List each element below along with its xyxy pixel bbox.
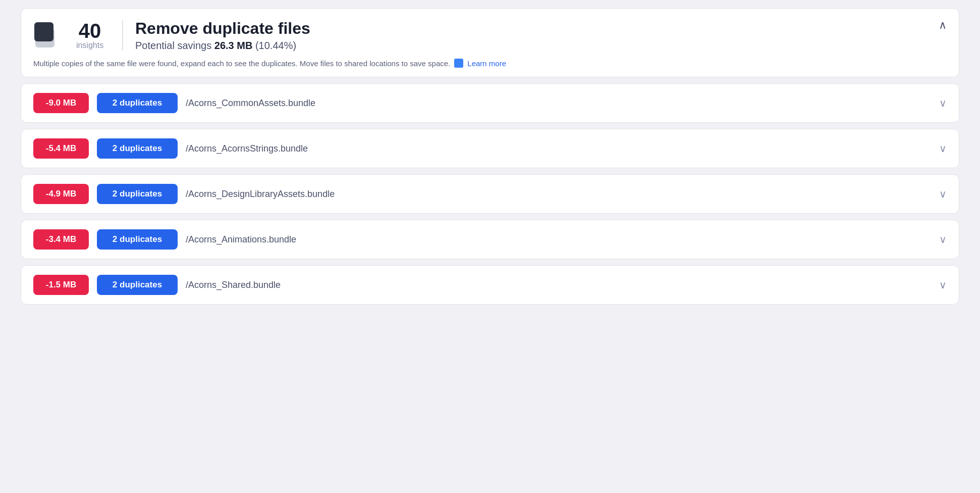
file-name: /Acorns_DesignLibraryAssets.bundle: [186, 189, 947, 200]
duplicate-row[interactable]: -1.5 MB 2 duplicates /Acorns_Shared.bund…: [21, 265, 959, 305]
expand-icon[interactable]: ∨: [939, 279, 947, 291]
duplicates-badge: 2 duplicates: [97, 93, 178, 113]
duplicate-row[interactable]: -5.4 MB 2 duplicates /Acorns_AcornsStrin…: [21, 129, 959, 168]
size-badge: -3.4 MB: [33, 229, 89, 250]
file-name: /Acorns_AcornsStrings.bundle: [186, 143, 947, 154]
expand-icon[interactable]: ∨: [939, 233, 947, 245]
file-name: /Acorns_Shared.bundle: [186, 280, 947, 290]
file-name: /Acorns_Animations.bundle: [186, 234, 947, 245]
header-card: 40 insights Remove duplicate files Poten…: [21, 8, 959, 77]
learn-more-icon: [454, 59, 463, 68]
subtitle: Potential savings 26.3 MB (10.44%): [135, 40, 947, 52]
duplicate-row[interactable]: -9.0 MB 2 duplicates /Acorns_CommonAsset…: [21, 83, 959, 123]
header-top: 40 insights Remove duplicate files Poten…: [33, 19, 947, 52]
size-badge: -1.5 MB: [33, 275, 89, 295]
size-badge: -4.9 MB: [33, 184, 89, 204]
learn-more-link[interactable]: Learn more: [467, 59, 506, 68]
size-badge: -9.0 MB: [33, 93, 89, 113]
duplicates-badge: 2 duplicates: [97, 138, 178, 159]
description-text: Multiple copies of the same file were fo…: [33, 59, 450, 68]
subtitle-suffix: (10.44%): [252, 40, 296, 51]
main-container: 40 insights Remove duplicate files Poten…: [21, 8, 959, 305]
duplicates-badge: 2 duplicates: [97, 275, 178, 295]
insights-number: 40: [79, 21, 101, 41]
duplicate-row[interactable]: -4.9 MB 2 duplicates /Acorns_DesignLibra…: [21, 174, 959, 214]
insights-count-block: 40 insights: [70, 21, 110, 50]
expand-icon[interactable]: ∨: [939, 142, 947, 155]
file-name: /Acorns_CommonAssets.bundle: [186, 98, 947, 109]
subtitle-size: 26.3 MB: [214, 40, 253, 51]
icon-layer-front: [34, 22, 53, 41]
main-title: Remove duplicate files: [135, 19, 947, 38]
description-row: Multiple copies of the same file were fo…: [33, 59, 947, 68]
size-badge: -5.4 MB: [33, 138, 89, 159]
collapse-button[interactable]: ∧: [939, 19, 947, 32]
insights-label: insights: [76, 41, 103, 50]
duplicate-row[interactable]: -3.4 MB 2 duplicates /Acorns_Animations.…: [21, 220, 959, 259]
duplicates-badge: 2 duplicates: [97, 229, 178, 250]
expand-icon[interactable]: ∨: [939, 97, 947, 109]
duplicate-files-icon: [33, 21, 62, 50]
subtitle-prefix: Potential savings: [135, 40, 214, 51]
expand-icon[interactable]: ∨: [939, 188, 947, 200]
duplicates-badge: 2 duplicates: [97, 184, 178, 204]
vertical-divider: [122, 20, 123, 51]
duplicate-rows-list: -9.0 MB 2 duplicates /Acorns_CommonAsset…: [21, 83, 959, 305]
title-block: Remove duplicate files Potential savings…: [135, 19, 947, 52]
